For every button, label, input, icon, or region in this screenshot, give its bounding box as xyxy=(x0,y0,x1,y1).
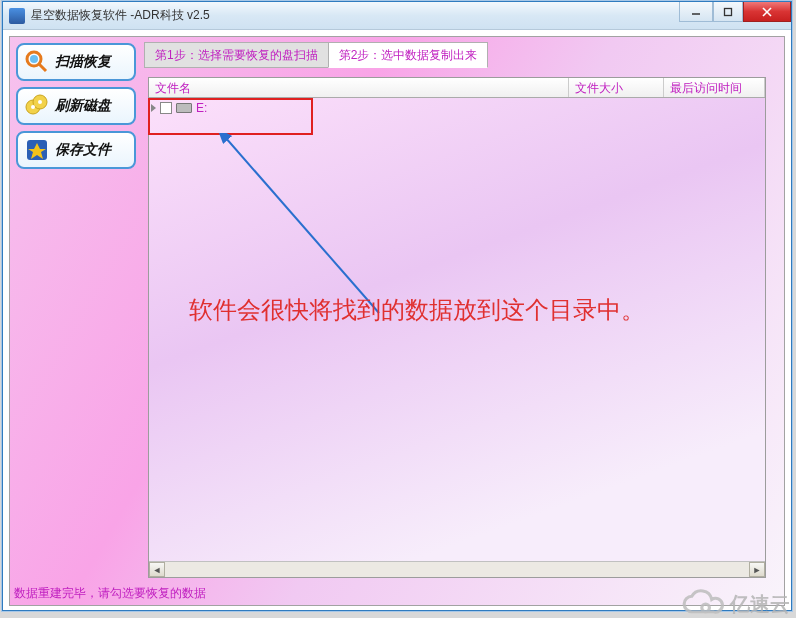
scroll-right-button[interactable]: ► xyxy=(749,562,765,577)
svg-rect-1 xyxy=(725,8,732,15)
refresh-disk-icon xyxy=(24,93,50,119)
minimize-button[interactable] xyxy=(679,2,713,22)
list-body: E: 软件会很快将找到的数据放到这个目录中。 xyxy=(149,98,765,561)
window-title: 星空数据恢复软件 -ADR科技 v2.5 xyxy=(31,7,210,24)
close-icon xyxy=(762,7,772,17)
list-item[interactable]: E: xyxy=(149,98,765,118)
tab-step2[interactable]: 第2步：选中数据复制出来 xyxy=(328,42,489,68)
save-file-icon xyxy=(24,137,50,163)
titlebar[interactable]: 星空数据恢复软件 -ADR科技 v2.5 xyxy=(3,2,791,30)
column-filename[interactable]: 文件名 xyxy=(149,78,569,97)
step-tabs: 第1步：选择需要恢复的盘扫描 第2步：选中数据复制出来 xyxy=(144,42,487,68)
sidebar-item-refresh-disk[interactable]: 刷新磁盘 xyxy=(16,87,136,125)
minimize-icon xyxy=(691,7,701,17)
tab-step1[interactable]: 第1步：选择需要恢复的盘扫描 xyxy=(144,42,329,68)
list-header: 文件名 文件大小 最后访问时间 xyxy=(149,78,765,98)
window-controls xyxy=(679,2,791,22)
app-window: 星空数据恢复软件 -ADR科技 v2.5 扫描恢复 xyxy=(2,1,792,611)
horizontal-scrollbar[interactable]: ◄ ► xyxy=(149,561,765,577)
watermark-text: 亿速云 xyxy=(730,591,790,618)
watermark: 亿速云 xyxy=(678,588,790,618)
column-lastaccess[interactable]: 最后访问时间 xyxy=(664,78,765,97)
file-list-panel: 文件名 文件大小 最后访问时间 E: xyxy=(148,77,766,578)
svg-line-13 xyxy=(225,137,379,313)
sidebar-item-scan-recover[interactable]: 扫描恢复 xyxy=(16,43,136,81)
sidebar-item-label: 刷新磁盘 xyxy=(55,97,111,115)
watermark-logo-icon xyxy=(678,588,724,618)
sidebar-item-label: 扫描恢复 xyxy=(55,53,111,71)
row-label: E: xyxy=(196,101,207,115)
svg-line-5 xyxy=(39,64,46,71)
drive-icon xyxy=(176,103,192,113)
sidebar-item-label: 保存文件 xyxy=(55,141,111,159)
scroll-track[interactable] xyxy=(165,562,749,577)
maximize-button[interactable] xyxy=(713,2,743,22)
body-panel: 扫描恢复 刷新磁盘 保存文件 第1步：选择需要恢复的盘扫描 第2步： xyxy=(9,36,785,606)
svg-point-10 xyxy=(38,100,42,104)
magnifier-icon xyxy=(24,49,50,75)
close-button[interactable] xyxy=(743,2,791,22)
annotation-text: 软件会很快将找到的数据放到这个目录中。 xyxy=(189,294,645,326)
status-bar: 数据重建完毕，请勾选要恢复的数据 xyxy=(14,585,206,602)
app-icon xyxy=(9,8,25,24)
client-area: 扫描恢复 刷新磁盘 保存文件 第1步：选择需要恢复的盘扫描 第2步： xyxy=(3,30,791,610)
row-checkbox[interactable] xyxy=(160,102,172,114)
annotation-arrow xyxy=(219,133,439,333)
svg-point-14 xyxy=(702,604,710,612)
scroll-left-button[interactable]: ◄ xyxy=(149,562,165,577)
svg-point-9 xyxy=(31,105,35,109)
sidebar: 扫描恢复 刷新磁盘 保存文件 xyxy=(16,43,136,169)
maximize-icon xyxy=(723,7,733,17)
svg-point-6 xyxy=(30,55,38,63)
expand-icon[interactable] xyxy=(151,104,156,112)
sidebar-item-save-file[interactable]: 保存文件 xyxy=(16,131,136,169)
column-filesize[interactable]: 文件大小 xyxy=(569,78,664,97)
